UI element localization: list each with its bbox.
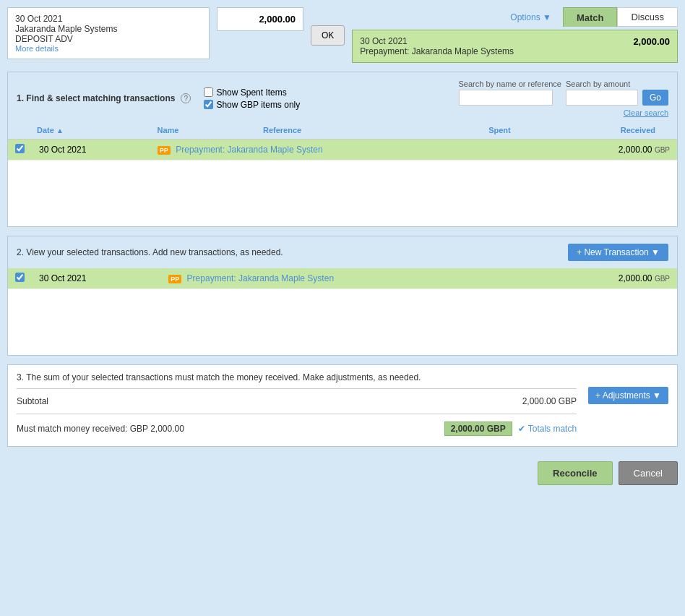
th-checkbox (8, 121, 30, 140)
row-name-cell: PP Prepayment: Jakaranda Maple Systen (150, 140, 495, 161)
tab-match[interactable]: Match (563, 7, 618, 27)
s2-row-date: 30 Oct 2021 (32, 268, 161, 289)
section2-table-row: 30 Oct 2021 PP Prepayment: Jakaranda Map… (8, 268, 677, 289)
more-details-link[interactable]: More details (15, 44, 202, 53)
clear-search-link[interactable]: Clear search (624, 108, 668, 117)
adjustments-button[interactable]: + Adjustments ▼ (588, 387, 668, 404)
ok-button[interactable]: OK (311, 25, 345, 46)
tabs-area: Match Discuss (563, 7, 678, 27)
transaction-date: 30 Oct 2021 (15, 14, 202, 24)
totals-match-label: Totals match (528, 424, 577, 434)
main-container: 30 Oct 2021 Jakaranda Maple Systems DEPO… (0, 0, 685, 498)
row-checkbox[interactable] (15, 144, 25, 153)
options-button[interactable]: Options ▼ (510, 12, 551, 22)
th-reference[interactable]: Reference (256, 121, 411, 140)
prepayment-icon: PP (158, 146, 171, 155)
s2-prepayment-icon: PP (168, 275, 181, 283)
section2-header: 2. View your selected transactions. Add … (8, 236, 677, 268)
row-received: 2,000.00 GBP (551, 140, 677, 161)
search-name-label: Search by name or reference (459, 80, 561, 88)
subtotal-value: 2,000.00 GBP (522, 396, 577, 406)
show-gbp-checkbox[interactable] (204, 100, 213, 109)
row-reference (495, 140, 522, 161)
row-name-link[interactable]: Prepayment: Jakaranda Maple Systen (176, 145, 322, 155)
sort-arrow-icon: ▲ (56, 127, 64, 134)
transaction-card: 30 Oct 2021 Jakaranda Maple Systems DEPO… (7, 7, 210, 59)
section3-left: 3. The sum of your selected transactions… (17, 372, 577, 439)
search-amount-input[interactable] (566, 90, 638, 106)
show-gbp-text: Show GBP items only (216, 100, 300, 110)
table-row: 30 Oct 2021 PP Prepayment: Jakaranda Map… (8, 140, 677, 161)
transactions-data-table: 30 Oct 2021 PP Prepayment: Jakaranda Map… (8, 140, 677, 161)
th-date-label: Date (37, 126, 54, 134)
show-spent-text: Show Spent Items (216, 87, 286, 98)
s2-row-amount: 2,000.00 GBP (539, 268, 677, 289)
must-match-label: Must match money received: GBP 2,000.00 (17, 424, 184, 434)
matched-date: 30 Oct 2021 (360, 36, 514, 46)
options-area: Options ▼ (352, 12, 563, 22)
top-right-section: Options ▼ Match Discuss 30 Oct 2021 Prep… (352, 7, 678, 63)
check-icon: ✔ (518, 424, 525, 434)
subtotal-row: Subtotal 2,000.00 GBP (17, 393, 577, 409)
section1-panel: 1. Find & select matching transactions ?… (7, 72, 678, 227)
row-spent (523, 140, 551, 161)
s2-row-name-cell: PP Prepayment: Jakaranda Maple Systen (161, 268, 538, 289)
totals-match: ✔ Totals match (518, 424, 577, 434)
section2-panel: 2. View your selected transactions. Add … (7, 236, 678, 356)
matched-info: 30 Oct 2021 Prepayment: Jakaranda Maple … (360, 36, 514, 56)
show-gbp-label[interactable]: Show GBP items only (204, 100, 300, 110)
section3-right: + Adjustments ▼ (588, 372, 668, 404)
th-spent-label: Spent (488, 126, 511, 134)
match-amount-badge: 2,000.00 GBP (444, 422, 512, 436)
search-amount-label: Search by amount (566, 80, 630, 88)
show-spent-label[interactable]: Show Spent Items (204, 87, 300, 98)
cancel-button[interactable]: Cancel (619, 461, 678, 485)
go-button[interactable]: Go (642, 90, 668, 106)
find-search: Search by name or reference Search by am… (459, 80, 668, 117)
search-name-input[interactable] (459, 90, 553, 106)
row-date: 30 Oct 2021 (32, 140, 150, 161)
th-ref-label: Reference (263, 126, 301, 134)
find-filters: Show Spent Items Show GBP items only (204, 87, 300, 110)
subtotal-label: Subtotal (17, 396, 48, 406)
new-transaction-button[interactable]: + New Transaction ▼ (568, 244, 668, 261)
help-icon[interactable]: ? (181, 93, 191, 103)
bottom-bar: Reconcile Cancel (7, 455, 678, 491)
options-tabs-row: Options ▼ Match Discuss (352, 7, 678, 27)
th-date[interactable]: Date ▲ (30, 121, 150, 140)
s2-row-name-link[interactable]: Prepayment: Jakaranda Maple Systen (187, 273, 334, 283)
section2-title: 2. View your selected transactions. Add … (17, 247, 283, 257)
must-match-row: Must match money received: GBP 2,000.00 … (17, 419, 577, 439)
must-match-right: 2,000.00 GBP ✔ Totals match (444, 422, 577, 436)
transaction-description: DEPOSIT ADV (15, 34, 202, 44)
section2-table: 30 Oct 2021 PP Prepayment: Jakaranda Map… (8, 268, 677, 289)
search-inputs-row: Search by name or reference Search by am… (459, 80, 668, 106)
reconcile-button[interactable]: Reconcile (538, 461, 612, 485)
row-checkbox-cell[interactable] (8, 140, 32, 161)
section3-title: 3. The sum of your selected transactions… (17, 372, 577, 382)
th-received[interactable]: Received (518, 121, 663, 140)
search-name-area: Search by name or reference (459, 80, 561, 106)
section1-scroll-area[interactable]: 30 Oct 2021 PP Prepayment: Jakaranda Map… (8, 140, 677, 226)
top-section: 30 Oct 2021 Jakaranda Maple Systems DEPO… (7, 7, 678, 63)
transaction-company: Jakaranda Maple Systems (15, 24, 202, 34)
section1-title: 1. Find & select matching transactions (17, 93, 175, 103)
transaction-amount: 2,000.00 (217, 7, 303, 31)
s2-checkbox-cell[interactable] (8, 268, 32, 289)
section3-panel: 3. The sum of your selected transactions… (7, 364, 678, 447)
section1-table-wrapper: Date ▲ Name Reference Spent (8, 121, 677, 226)
show-spent-checkbox[interactable] (204, 87, 213, 97)
matched-amount: 2,000.00 (633, 36, 670, 47)
th-name-label: Name (158, 126, 179, 134)
table-header-row: Date ▲ Name Reference Spent (8, 121, 677, 140)
th-spent[interactable]: Spent (411, 121, 518, 140)
section1-header: 1. Find & select matching transactions ?… (8, 72, 677, 121)
s2-row-checkbox[interactable] (15, 273, 25, 282)
th-name[interactable]: Name (150, 121, 256, 140)
tab-discuss[interactable]: Discuss (617, 7, 678, 27)
th-scrollbar (663, 121, 677, 140)
section2-scroll-area[interactable]: 30 Oct 2021 PP Prepayment: Jakaranda Map… (8, 268, 677, 355)
matched-transaction: 30 Oct 2021 Prepayment: Jakaranda Maple … (352, 30, 678, 63)
th-received-label: Received (621, 126, 655, 134)
transactions-table: Date ▲ Name Reference Spent (8, 121, 677, 140)
